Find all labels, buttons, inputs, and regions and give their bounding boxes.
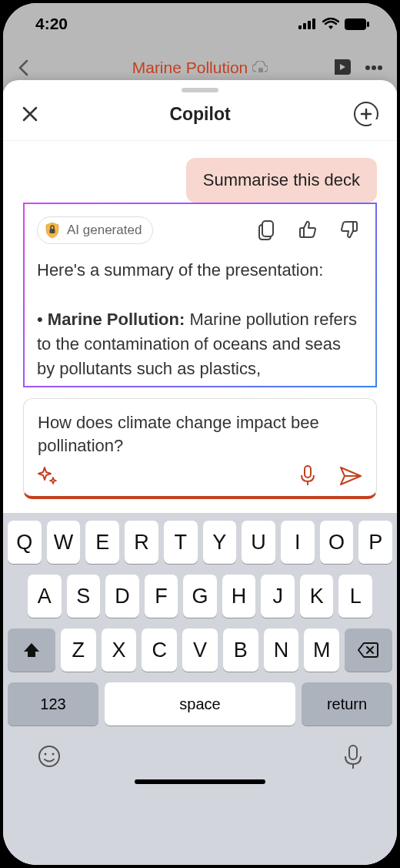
cloud-lock-icon	[252, 61, 268, 75]
key-p[interactable]: P	[358, 521, 392, 564]
input-text[interactable]: How does climate change impact bee polli…	[38, 411, 362, 459]
present-icon	[332, 58, 354, 78]
svg-point-17	[52, 753, 55, 756]
svg-point-9	[378, 65, 382, 70]
svg-rect-5	[367, 22, 369, 27]
key-s[interactable]: S	[67, 575, 101, 618]
response-actions	[258, 220, 363, 240]
key-b[interactable]: B	[223, 628, 258, 672]
svg-rect-10	[50, 229, 55, 233]
sparkle-button[interactable]	[38, 466, 58, 486]
phone-frame: 4:20 Marine Pollution Copilot	[3, 3, 397, 865]
svg-rect-0	[298, 25, 302, 29]
new-chat-button[interactable]	[354, 102, 378, 126]
keyboard-row-3: Z X C V B N M	[8, 628, 392, 672]
keyboard: Q W E R T Y U I O P A S D F G H J K L	[3, 513, 397, 865]
svg-rect-6	[258, 68, 263, 72]
send-icon	[339, 466, 362, 486]
keyboard-row-1: Q W E R T Y U I O P	[8, 521, 392, 564]
copy-icon	[258, 220, 275, 240]
plus-icon	[360, 108, 372, 120]
key-j[interactable]: J	[261, 575, 295, 618]
sheet-grabber[interactable]	[182, 88, 218, 92]
sheet-title: Copilot	[169, 104, 230, 125]
key-w[interactable]: W	[47, 521, 81, 564]
key-r[interactable]: R	[125, 521, 158, 564]
shift-icon	[22, 641, 41, 659]
svg-rect-3	[312, 18, 315, 29]
key-d[interactable]: D	[105, 575, 139, 618]
dictation-mic-icon	[343, 744, 363, 770]
return-key[interactable]: return	[302, 682, 392, 726]
svg-rect-18	[349, 746, 357, 759]
key-z[interactable]: Z	[61, 628, 96, 672]
ai-generated-badge[interactable]: AI generated	[37, 216, 153, 244]
backspace-icon	[358, 642, 379, 659]
svg-rect-11	[262, 221, 273, 236]
key-t[interactable]: T	[164, 521, 198, 564]
background-title: Marine Pollution	[132, 59, 248, 77]
close-button[interactable]	[22, 106, 46, 122]
key-e[interactable]: E	[85, 521, 119, 564]
status-bar: 4:20	[3, 3, 397, 45]
key-l[interactable]: L	[338, 575, 372, 618]
thumbs-up-button[interactable]	[298, 220, 317, 240]
key-a[interactable]: A	[28, 575, 62, 618]
status-time: 4:20	[35, 15, 68, 33]
svg-point-15	[39, 746, 59, 766]
battery-icon	[345, 18, 369, 30]
sheet-header: Copilot	[3, 96, 397, 141]
key-v[interactable]: V	[182, 628, 218, 672]
emoji-button[interactable]	[37, 744, 62, 770]
mic-button[interactable]	[299, 465, 316, 487]
user-message: Summarise this deck	[186, 158, 377, 203]
copilot-sheet: Copilot Summarise this deck AI generated	[3, 80, 397, 865]
back-chevron-icon	[17, 59, 29, 77]
thumbs-down-icon	[340, 220, 358, 239]
input-card[interactable]: How does climate change impact bee polli…	[23, 398, 377, 499]
space-key[interactable]: space	[105, 682, 295, 726]
keyboard-footer	[8, 738, 392, 770]
svg-rect-4	[345, 18, 366, 30]
response-text: Here's a summary of the presentation: • …	[37, 258, 363, 380]
key-i[interactable]: I	[281, 521, 315, 564]
key-o[interactable]: O	[320, 521, 354, 564]
keyboard-row-2: A S D F G H J K L	[8, 575, 392, 618]
send-button[interactable]	[339, 466, 362, 486]
shift-key[interactable]	[8, 628, 55, 672]
more-icon	[365, 65, 383, 71]
key-u[interactable]: U	[242, 521, 275, 564]
key-m[interactable]: M	[304, 628, 339, 672]
key-q[interactable]: Q	[8, 521, 42, 564]
key-n[interactable]: N	[264, 628, 299, 672]
key-h[interactable]: H	[222, 575, 256, 618]
svg-point-7	[365, 65, 370, 70]
emoji-icon	[37, 744, 62, 769]
key-f[interactable]: F	[145, 575, 178, 618]
keyboard-row-4: 123 space return	[8, 682, 392, 726]
key-k[interactable]: K	[300, 575, 334, 618]
key-y[interactable]: Y	[203, 521, 237, 564]
shield-lock-icon	[44, 222, 61, 239]
input-toolbar	[38, 465, 362, 487]
thumbs-up-icon	[298, 220, 317, 239]
svg-rect-1	[303, 23, 306, 29]
svg-rect-2	[308, 21, 311, 29]
numbers-key[interactable]: 123	[8, 682, 98, 726]
key-g[interactable]: G	[183, 575, 217, 618]
ai-response-card: AI generated Her	[23, 203, 377, 387]
copy-button[interactable]	[258, 220, 275, 240]
bullet-label: Marine Pollution:	[48, 310, 185, 329]
backspace-key[interactable]	[345, 628, 392, 672]
thumbs-down-button[interactable]	[340, 220, 358, 240]
key-x[interactable]: X	[102, 628, 137, 672]
dictation-button[interactable]	[343, 744, 363, 770]
svg-point-16	[45, 753, 47, 756]
response-header: AI generated	[37, 216, 363, 244]
ai-badge-label: AI generated	[67, 223, 142, 238]
home-indicator[interactable]	[135, 779, 265, 784]
key-c[interactable]: C	[142, 628, 177, 672]
response-intro: Here's a summary of the presentation:	[37, 260, 323, 280]
wifi-icon	[322, 18, 339, 30]
chat-area: Summarise this deck AI generated	[3, 141, 397, 387]
